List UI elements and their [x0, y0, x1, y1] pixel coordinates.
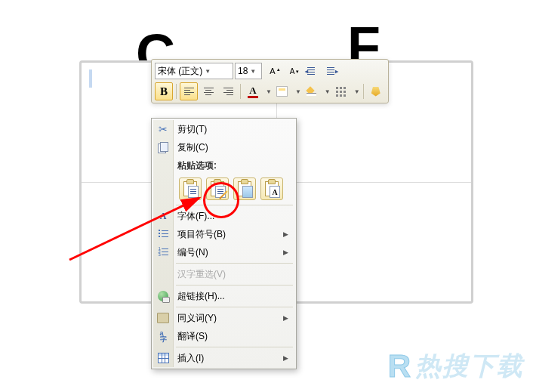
chevron-down-icon[interactable]: ▼	[325, 88, 331, 95]
decrease-indent-button[interactable]: ◂	[303, 62, 321, 80]
font-name-value: 宋体 (正文)	[158, 65, 202, 78]
shrink-font-icon: A	[290, 67, 295, 76]
grow-font-button[interactable]: A	[263, 62, 282, 80]
menu-label: 字体(F)...	[177, 210, 214, 223]
align-center-icon	[204, 88, 214, 96]
watermark-text: 热搜下载	[415, 349, 524, 384]
grow-font-icon: A	[270, 66, 275, 76]
menu-label: 复制(C)	[177, 141, 208, 154]
paste-keep-source-button[interactable]	[179, 177, 202, 200]
menu-copy[interactable]: 复制(C)	[153, 138, 294, 156]
menu-label: 超链接(H)...	[177, 290, 225, 303]
cut-icon: ✂	[157, 123, 169, 135]
align-right-button[interactable]	[219, 82, 237, 100]
increase-indent-icon: ▸	[327, 67, 336, 75]
clipboard-icon	[183, 181, 197, 196]
translate-icon: a字	[157, 330, 169, 342]
menu-separator	[176, 285, 293, 286]
font-dialog-icon: A	[157, 210, 169, 222]
fill-icon	[307, 87, 316, 96]
insert-table-icon	[157, 352, 169, 364]
menu-ime-reconvert: 汉字重选(V)	[153, 265, 294, 283]
menu-label: 剪切(T)	[177, 123, 207, 136]
menu-label: 翻译(S)	[177, 330, 208, 343]
bold-button[interactable]: B	[155, 82, 173, 100]
align-right-icon	[223, 88, 233, 96]
paste-merge-formatting-button[interactable]	[206, 177, 229, 200]
menu-hyperlink[interactable]: 超链接(H)...	[153, 287, 294, 305]
chevron-down-icon[interactable]: ▼	[205, 68, 211, 75]
chevron-down-icon[interactable]: ▼	[354, 88, 360, 95]
align-center-button[interactable]	[199, 82, 217, 100]
menu-font[interactable]: A 字体(F)...	[153, 207, 294, 225]
align-left-icon	[184, 88, 194, 96]
numbering-icon: 123	[157, 246, 169, 258]
menu-label: 汉字重选(V)	[177, 268, 226, 281]
toolbar-separator	[363, 84, 364, 99]
shading-button[interactable]	[303, 82, 321, 100]
menu-numbering[interactable]: 123 编号(N) ▶	[153, 243, 294, 261]
menu-separator	[176, 347, 293, 347]
paste-options-row: A	[153, 174, 294, 203]
menu-label: 粘贴选项:	[177, 159, 217, 172]
menu-separator	[176, 263, 293, 264]
highlight-icon	[276, 86, 288, 97]
synonyms-icon	[157, 312, 169, 324]
menu-label: 编号(N)	[177, 246, 208, 259]
submenu-arrow-icon: ▶	[283, 314, 288, 322]
menu-label: 同义词(Y)	[177, 312, 217, 325]
menu-separator	[176, 205, 293, 205]
border-button[interactable]	[332, 82, 350, 100]
toolbar-separator	[240, 84, 241, 99]
text-cursor	[89, 69, 92, 88]
menu-insert[interactable]: 插入(I) ▶	[153, 349, 294, 367]
menu-translate[interactable]: a字 翻译(S)	[153, 327, 294, 345]
menu-paste-options-header: 粘贴选项:	[153, 156, 294, 174]
increase-indent-button[interactable]: ▸	[322, 62, 340, 80]
clipboard-icon	[238, 181, 251, 196]
mini-toolbar: 宋体 (正文) ▼ 18 ▼ A A ◂ ▸ B A ▼ ▼ ▼ ▼	[151, 59, 389, 103]
font-size-combo[interactable]: 18 ▼	[235, 63, 262, 79]
hyperlink-icon	[157, 290, 169, 302]
decrease-indent-icon: ◂	[307, 67, 316, 75]
format-painter-button[interactable]	[367, 82, 385, 100]
clipboard-icon: A	[265, 181, 279, 196]
copy-icon	[157, 141, 169, 153]
watermark: R 热搜下载	[388, 348, 524, 384]
menu-label: 项目符号(B)	[177, 228, 226, 241]
bold-icon: B	[160, 85, 168, 98]
font-color-button[interactable]: A	[244, 82, 262, 100]
menu-label: 插入(I)	[177, 352, 204, 365]
menu-cut[interactable]: ✂ 剪切(T)	[153, 120, 294, 138]
watermark-logo: R	[388, 348, 412, 384]
font-name-combo[interactable]: 宋体 (正文) ▼	[155, 63, 233, 79]
font-size-value: 18	[238, 66, 248, 76]
context-menu: ✂ 剪切(T) 复制(C) 粘贴选项: A A 字体(F)... 项目符号(B)…	[151, 118, 297, 369]
menu-bullets[interactable]: 项目符号(B) ▶	[153, 225, 294, 243]
font-color-icon: A	[248, 85, 258, 98]
paste-picture-button[interactable]	[233, 177, 256, 200]
highlight-button[interactable]	[273, 82, 291, 100]
submenu-arrow-icon: ▶	[283, 354, 288, 362]
toolbar-separator	[176, 84, 177, 99]
submenu-arrow-icon: ▶	[283, 230, 288, 238]
menu-separator	[176, 307, 293, 307]
submenu-arrow-icon: ▶	[283, 248, 288, 256]
menu-synonyms[interactable]: 同义词(Y) ▶	[153, 309, 294, 327]
shrink-font-button[interactable]: A	[283, 62, 301, 80]
chevron-down-icon[interactable]: ▼	[250, 68, 256, 75]
pen-icon	[218, 190, 229, 200]
paste-text-only-button[interactable]: A	[260, 177, 283, 200]
bullets-icon	[157, 228, 169, 240]
format-painter-icon	[371, 87, 380, 97]
align-left-button[interactable]	[180, 82, 198, 100]
chevron-down-icon[interactable]: ▼	[295, 88, 301, 95]
border-icon	[336, 87, 346, 96]
chevron-down-icon[interactable]: ▼	[266, 88, 272, 95]
